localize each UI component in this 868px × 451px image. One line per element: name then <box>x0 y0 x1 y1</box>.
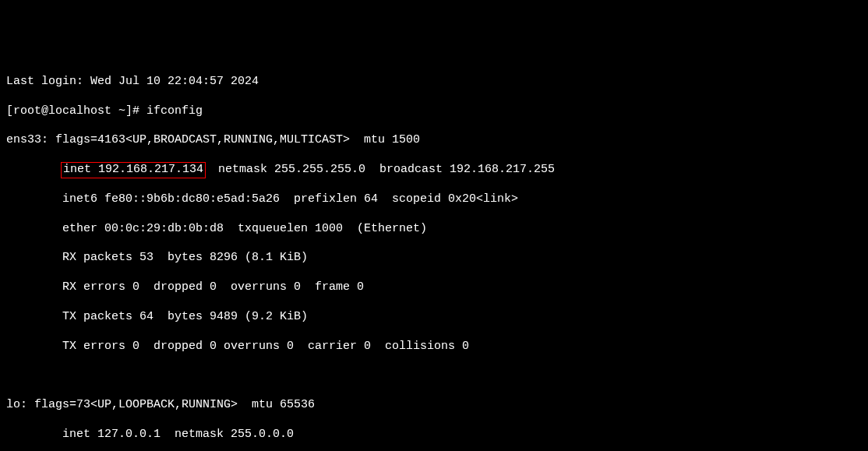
ens33-header: ens33: flags=4163<UP,BROADCAST,RUNNING,M… <box>6 133 862 148</box>
last-login-line: Last login: Wed Jul 10 22:04:57 2024 <box>6 75 862 90</box>
ens33-inet-line: inet 192.168.217.134 netmask 255.255.255… <box>6 163 862 178</box>
terminal-window[interactable]: Last login: Wed Jul 10 22:04:57 2024 [ro… <box>0 58 868 451</box>
command-line-1: [root@localhost ~]# ifconfig <box>6 104 862 119</box>
highlighted-ip: inet 192.168.217.134 <box>61 162 206 178</box>
ens33-tx-errors: TX errors 0 dropped 0 overruns 0 carrier… <box>6 340 862 354</box>
ens33-tx-packets: TX packets 64 bytes 9489 (9.2 KiB) <box>6 310 862 325</box>
inet-indent <box>6 163 62 176</box>
prompt: [root@localhost ~]# <box>6 104 146 118</box>
ens33-inet6: inet6 fe80::9b6b:dc80:e5ad:5a26 prefixle… <box>6 192 862 207</box>
ens33-rx-errors: RX errors 0 dropped 0 overruns 0 frame 0 <box>6 280 862 295</box>
blank-line <box>6 368 862 383</box>
lo-header: lo: flags=73<UP,LOOPBACK,RUNNING> mtu 65… <box>6 398 862 413</box>
ens33-ether: ether 00:0c:29:db:0b:d8 txqueuelen 1000 … <box>6 222 862 237</box>
lo-inet: inet 127.0.0.1 netmask 255.0.0.0 <box>6 428 862 442</box>
ens33-rx-packets: RX packets 53 bytes 8296 (8.1 KiB) <box>6 251 862 266</box>
inet-rest: netmask 255.255.255.0 broadcast 192.168.… <box>204 163 555 176</box>
command-text: ifconfig <box>146 104 203 118</box>
